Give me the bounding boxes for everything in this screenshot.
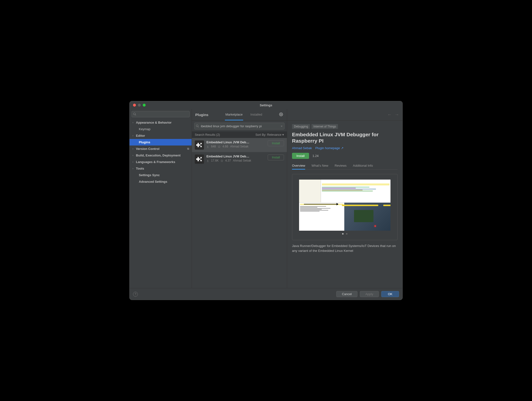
result-item[interactable]: Embedded Linux JVM Deb… 648 4.66 Ahmad S… [192,138,287,152]
nav-forward-icon[interactable]: → [395,112,399,117]
sidebar-search-input[interactable] [132,111,190,117]
search-icon [133,112,136,116]
dialog-footer: ? Cancel Apply OK [130,288,402,300]
titlebar: Settings [130,101,402,109]
sort-by[interactable]: Sort By: Relevance ▾ [256,133,284,137]
result-item[interactable]: Embedded Linux JVM Deb… 17.6K 4.37 Ahmad… [192,152,287,166]
chevron-right-icon: › [133,121,135,124]
result-vendor: Ahmad Sebak [233,159,251,162]
nav-version-control[interactable]: ›Version Control⧉ [130,146,192,152]
sidebar-search [132,111,190,117]
nav-advanced[interactable]: Advanced Settings [130,178,192,185]
cancel-button[interactable]: Cancel [336,291,357,297]
nav-back-icon[interactable]: ← [387,112,392,117]
results-count: Search Results (2) [195,133,220,137]
nav-plugins[interactable]: Plugins [130,139,192,146]
star-icon [221,159,223,162]
nav-tools[interactable]: ›Tools [130,165,192,172]
apply-button[interactable]: Apply [360,291,379,297]
search-icon [196,124,199,128]
settings-nav: ›Appearance & Behavior Keymap ›Editor Pl… [130,119,192,185]
gear-icon [279,112,283,116]
svg-point-3 [196,125,198,127]
project-badge-icon: ⧉ [187,147,189,150]
svg-line-4 [198,127,199,128]
carousel-dot[interactable] [346,233,347,235]
result-rating: 4.37 [225,159,231,162]
nav-settings-sync[interactable]: Settings Sync [130,172,192,178]
plugins-header: Plugins Marketplace Installed [192,109,287,121]
screenshot-image[interactable] [299,180,390,231]
result-title: Embedded Linux JVM Deb… [206,155,255,158]
traffic-lights [130,104,146,107]
vendor-link[interactable]: Ahmad Sebak [292,146,312,150]
tag[interactable]: Debugging [292,124,310,129]
marketplace-search: × [194,123,284,129]
ok-button[interactable]: OK [381,291,399,297]
plugin-icon [195,140,204,150]
install-button[interactable]: Install [292,153,309,159]
result-rating: 4.66 [222,145,228,148]
carousel-dot[interactable] [342,233,344,235]
install-button[interactable]: Install [268,140,284,146]
tab-installed[interactable]: Installed [250,109,263,120]
plugins-gear[interactable] [279,112,287,117]
download-icon [206,145,209,148]
version-label: 1.24 [312,154,319,158]
detail-title: Embedded Linux JVM Debugger for Raspberr… [292,131,398,144]
marketplace-search-input[interactable] [194,123,284,129]
chevron-down-icon: ▾ [282,133,284,137]
detail-panel: ← → Debugging Internet of Things Embedde… [287,109,402,288]
chevron-right-icon: › [133,154,135,157]
tab-marketplace[interactable]: Marketplace [225,109,243,120]
nav-label: Tools [136,167,144,170]
detail-tags: Debugging Internet of Things [292,124,398,129]
download-icon [206,159,209,162]
window-minimize[interactable] [138,104,141,107]
clear-search-icon[interactable]: × [281,124,283,128]
tag[interactable]: Internet of Things [311,124,338,129]
help-button[interactable]: ? [133,292,138,297]
settings-sidebar: ›Appearance & Behavior Keymap ›Editor Pl… [130,109,192,288]
tab-additional[interactable]: Additional Info [353,162,373,169]
nav-appearance[interactable]: ›Appearance & Behavior [130,119,192,126]
plugin-icon [195,155,204,164]
tab-overview[interactable]: Overview [292,162,305,170]
homepage-link[interactable]: Plugin homepage ↗ [315,146,344,150]
screenshot-carousel [292,174,398,240]
window-maximize[interactable] [143,104,146,107]
detail-tabs: Overview What's New Reviews Additional I… [292,162,398,170]
detail-description: Java Runner/Debugger for Embedded System… [292,244,398,254]
external-link-icon: ↗ [341,146,344,150]
tab-whatsnew[interactable]: What's New [311,162,328,169]
carousel-dots [298,233,392,235]
svg-point-0 [133,113,135,115]
nav-languages[interactable]: ›Languages & Frameworks [130,159,192,165]
svg-marker-6 [221,159,223,162]
nav-label: Version Control [136,147,160,151]
nav-build[interactable]: ›Build, Execution, Deployment [130,152,192,159]
result-downloads: 17.6K [211,159,219,162]
chevron-right-icon: › [133,161,135,163]
result-vendor: Ahmad Sebak [230,145,248,148]
settings-window: Settings ›Appearance & Behavior Keymap ›… [129,101,403,300]
homepage-label: Plugin homepage [315,146,340,150]
svg-point-2 [281,114,282,115]
window-close[interactable] [133,104,136,107]
chevron-right-icon: › [133,167,135,170]
nav-label: Appearance & Behavior [136,121,172,124]
nav-label: Advanced Settings [139,180,167,183]
result-downloads: 648 [211,145,216,148]
plugins-title: Plugins [192,113,208,117]
nav-label: Plugins [139,140,150,144]
nav-keymap[interactable]: Keymap [130,126,192,132]
detail-nav: ← → [287,109,402,121]
chevron-right-icon: › [133,134,135,137]
nav-label: Languages & Frameworks [136,160,175,164]
nav-label: Keymap [139,127,151,131]
svg-marker-5 [218,145,220,147]
star-icon [218,145,221,148]
nav-editor[interactable]: ›Editor [130,132,192,139]
tab-reviews[interactable]: Reviews [335,162,346,169]
install-button[interactable]: Install [268,155,284,160]
